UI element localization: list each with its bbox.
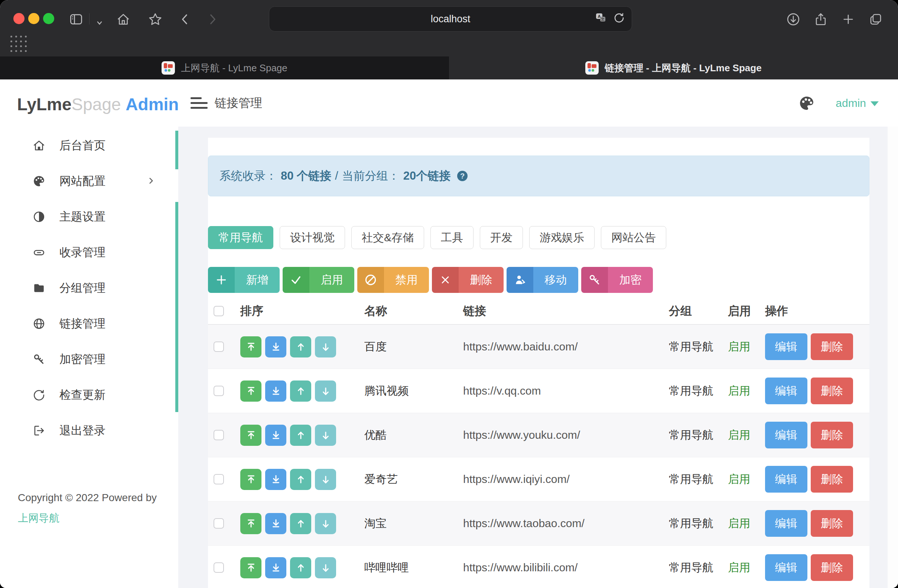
move-bottom-button[interactable] (265, 469, 286, 490)
address-bar[interactable]: localhost A文 (269, 6, 632, 32)
action-button-禁用[interactable]: 禁用 (357, 267, 429, 293)
category-tab-1[interactable]: 常用导航 (208, 226, 273, 249)
edit-button[interactable]: 编辑 (765, 466, 807, 493)
logout-icon (33, 424, 46, 437)
sidebar-item-8[interactable]: 检查更新 (0, 377, 178, 413)
move-down-button[interactable] (315, 513, 336, 534)
downloads-icon[interactable] (786, 12, 801, 27)
app-grid-icon[interactable] (11, 35, 27, 52)
tab-overview-icon[interactable] (868, 12, 883, 27)
sidebar-item-5[interactable]: 分组管理 (0, 270, 178, 306)
action-button-加密[interactable]: 加密 (581, 267, 653, 293)
close-window-button[interactable] (13, 13, 25, 24)
move-down-button[interactable] (315, 469, 336, 490)
sidebar-item-2[interactable]: 网站配置 (0, 163, 178, 199)
row-checkbox[interactable] (214, 518, 224, 529)
zoom-window-button[interactable] (43, 13, 54, 24)
back-button-icon[interactable] (177, 12, 192, 27)
help-icon[interactable]: ? (457, 170, 468, 182)
edit-button[interactable]: 编辑 (765, 422, 807, 448)
table-row: 淘宝 https://www.taobao.com/ 常用导航 启用 编辑 删除 (208, 502, 869, 546)
sidebar-chevron-icon[interactable] (92, 15, 107, 31)
select-all-checkbox[interactable] (214, 306, 224, 316)
sidebar-item-label: 检查更新 (59, 387, 106, 403)
action-button-新增[interactable]: 新增 (208, 267, 280, 293)
link-icon (33, 246, 46, 259)
move-top-button[interactable] (240, 381, 261, 402)
copyright-link[interactable]: 上网导航 (18, 512, 59, 524)
sidebar-item-7[interactable]: 加密管理 (0, 341, 178, 377)
delete-button[interactable]: 删除 (811, 378, 853, 404)
translate-icon[interactable]: A文 (595, 12, 607, 27)
sidebar-toggle-icon[interactable] (69, 12, 83, 27)
category-tab-2[interactable]: 设计视觉 (280, 226, 345, 249)
minimize-window-button[interactable] (28, 13, 39, 24)
move-bottom-button[interactable] (265, 381, 286, 402)
move-bottom-button[interactable] (265, 425, 286, 446)
sidebar-item-1[interactable]: 后台首页 (0, 128, 178, 163)
sidebar-item-6[interactable]: 链接管理 (0, 306, 178, 341)
category-tab-5[interactable]: 开发 (480, 226, 523, 249)
row-checkbox[interactable] (214, 562, 224, 573)
category-tab-3[interactable]: 社交&存储 (351, 226, 424, 249)
category-tab-6[interactable]: 游戏娱乐 (529, 226, 595, 249)
move-top-button[interactable] (240, 336, 261, 358)
theme-palette-icon[interactable] (798, 95, 815, 111)
sidebar-item-4[interactable]: 收录管理 (0, 235, 178, 270)
move-down-button[interactable] (315, 381, 336, 402)
move-up-button[interactable] (290, 425, 311, 446)
hamburger-menu-icon[interactable] (191, 94, 209, 112)
delete-button[interactable]: 删除 (811, 510, 853, 537)
browser-tab-2[interactable]: 链接管理 - 上网导航 - LyLme Spage (449, 57, 898, 80)
edit-button[interactable]: 编辑 (765, 510, 807, 537)
row-checkbox[interactable] (214, 430, 224, 440)
tab-bar: 上网导航 - LyLme Spage 链接管理 - 上网导航 - LyLme S… (0, 57, 898, 80)
edit-button[interactable]: 编辑 (765, 333, 807, 360)
action-button-删除[interactable]: 删除 (432, 267, 504, 293)
move-down-button[interactable] (315, 336, 336, 358)
move-bottom-button[interactable] (265, 557, 286, 578)
home-button-icon[interactable] (116, 12, 131, 27)
share-icon[interactable] (813, 12, 828, 27)
row-checkbox[interactable] (214, 474, 224, 484)
move-up-button[interactable] (290, 557, 311, 578)
move-top-button[interactable] (240, 513, 261, 534)
category-tab-7[interactable]: 网站公告 (601, 226, 666, 249)
edit-button[interactable]: 编辑 (765, 554, 807, 581)
reload-icon[interactable] (613, 12, 625, 26)
move-down-button[interactable] (315, 425, 336, 446)
move-bottom-button[interactable] (265, 513, 286, 534)
sidebar-item-3[interactable]: 主题设置 (0, 199, 178, 235)
action-button-移动[interactable]: 移动 (507, 267, 578, 293)
delete-button[interactable]: 删除 (811, 333, 853, 360)
new-tab-icon[interactable] (841, 12, 856, 27)
delete-button[interactable]: 删除 (811, 422, 853, 448)
move-top-button[interactable] (240, 469, 261, 490)
move-top-button[interactable] (240, 425, 261, 446)
edit-button[interactable]: 编辑 (765, 378, 807, 404)
move-down-button[interactable] (315, 557, 336, 578)
row-checkbox[interactable] (214, 386, 224, 396)
user-dropdown[interactable]: admin (836, 97, 879, 109)
delete-button[interactable]: 删除 (811, 554, 853, 581)
link-name: 优酷 (359, 428, 458, 443)
table-header-row: 排序 名称 链接 分组 启用 操作 (208, 298, 869, 325)
action-label: 删除 (459, 267, 504, 293)
delete-button[interactable]: 删除 (811, 466, 853, 493)
sidebar-item-9[interactable]: 退出登录 (0, 413, 178, 448)
move-bottom-button[interactable] (265, 336, 286, 358)
move-up-button[interactable] (290, 336, 311, 358)
action-button-启用[interactable]: 启用 (283, 267, 354, 293)
category-tab-4[interactable]: 工具 (431, 226, 474, 249)
move-up-button[interactable] (290, 469, 311, 490)
move-up-button[interactable] (290, 381, 311, 402)
move-up-button[interactable] (290, 513, 311, 534)
forward-button-icon[interactable] (205, 12, 220, 27)
x-icon (432, 267, 459, 293)
move-top-button[interactable] (240, 557, 261, 578)
row-checkbox[interactable] (214, 341, 224, 352)
page-scrollbar[interactable] (887, 127, 898, 588)
bookmark-star-icon[interactable] (148, 12, 163, 27)
link-group: 常用导航 (663, 384, 722, 399)
browser-tab-1[interactable]: 上网导航 - LyLme Spage (0, 57, 449, 80)
